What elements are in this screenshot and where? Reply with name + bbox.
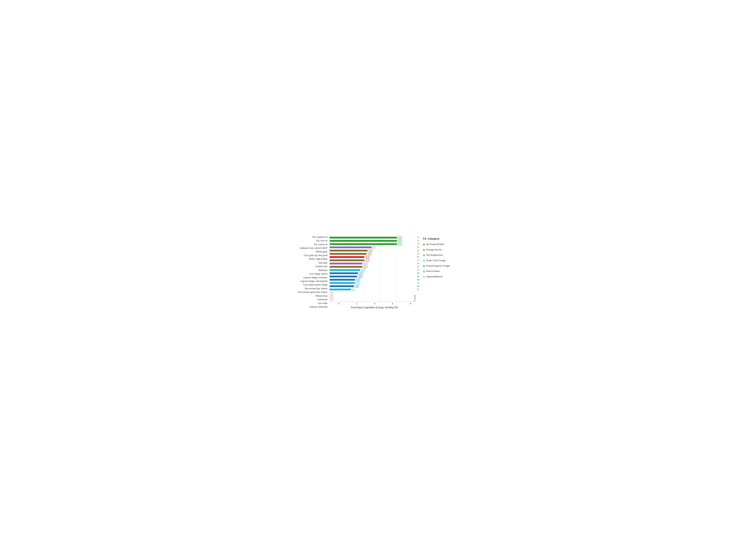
y-label: DDGS, high protein	[308, 258, 328, 260]
percent-label: 79	[417, 252, 419, 256]
x-tick: 2	[348, 302, 366, 305]
legend-dot: a	[423, 264, 425, 268]
legend-item: aGrass/Legume Forage	[423, 264, 459, 268]
bar	[330, 282, 355, 284]
y-label: Corn grain dry, fine grind	[303, 255, 328, 257]
bar-value-label: 2	[352, 288, 354, 291]
percent-label: 59	[417, 278, 419, 281]
bars-section: 6.46.46.443.63.53.33.33.13.12.92.72.62.4…	[330, 235, 413, 302]
bar	[330, 250, 367, 252]
bar-value-label: 6.4	[398, 236, 402, 239]
bar-row: 2.4	[330, 281, 413, 284]
bar-value-label: 0	[330, 294, 333, 297]
bar	[330, 269, 360, 271]
x-tick: 4	[366, 302, 384, 305]
percent-label: 73	[417, 236, 419, 239]
percent-labels: 7373738581796773688769666359585850	[416, 235, 419, 302]
legend-item: aFat Supplement	[423, 254, 459, 257]
y-label: Fat, corn oil	[316, 240, 328, 242]
x-tick: 8	[401, 302, 419, 305]
y-axis-labels: Fat, soybean oilFat, corn oilFat, canola…	[297, 235, 330, 309]
legend-item: aBy-Product/Other	[423, 243, 459, 246]
bar-row: 2.3	[330, 284, 413, 288]
bar-value-label: 2.3	[355, 285, 359, 287]
bars-wrapper: 6.46.46.443.63.53.33.33.13.12.92.72.62.4…	[330, 235, 413, 301]
bar-row: 2.9	[330, 269, 413, 272]
y-label: Corn silage, typical	[309, 273, 328, 275]
legend-title: Fd_Category	[423, 237, 459, 240]
percent-label	[417, 291, 419, 294]
x-axis: 02468	[330, 302, 419, 305]
legend-item: aGrain Crop Forage	[423, 259, 459, 262]
bar	[330, 285, 354, 287]
y-label: Cool season grass silage	[303, 284, 328, 286]
legend-dot: a	[423, 275, 425, 278]
bar-value-label: 3.1	[363, 266, 368, 268]
percent-label: 58	[417, 284, 419, 288]
bar	[330, 260, 364, 261]
bar-row: 0	[330, 294, 413, 297]
bar-row: 3.1	[330, 265, 413, 269]
bar-row: 3.1	[330, 262, 413, 265]
bar	[330, 288, 351, 290]
y-label: Limestone	[317, 298, 328, 300]
y-label: Cool season grass hay, mature	[297, 291, 328, 293]
bar-row: 4	[330, 246, 413, 249]
percent-label: 73	[417, 243, 419, 246]
bar-row: 2.4	[330, 278, 413, 281]
bar	[330, 243, 397, 245]
x-tick: 0	[330, 302, 348, 305]
bar-row: 2.6	[330, 275, 413, 278]
bar-value-label: 2.6	[358, 275, 362, 278]
legend-dot: a	[423, 259, 425, 262]
percent-label: 67	[417, 256, 419, 259]
y-label: Rye annual hay, mature	[304, 287, 328, 289]
chart-area: Fat, soybean oilFat, corn oilFat, canola…	[297, 235, 419, 309]
bar-row: 3.3	[330, 256, 413, 259]
bar-value-label: 2.4	[356, 281, 360, 284]
bar	[330, 237, 397, 239]
legend-dot: a	[423, 243, 425, 246]
percent-label: 68	[417, 262, 419, 265]
bar	[330, 272, 358, 274]
percent-label: 58	[417, 281, 419, 284]
bar-value-label: 3.1	[363, 262, 368, 265]
legend-label: Grain Crop Forage	[426, 259, 446, 262]
bar	[330, 279, 355, 280]
percent-label: 50	[417, 288, 419, 291]
y-label: Legume silage, immature	[302, 276, 328, 278]
percent-label	[417, 297, 419, 301]
percent-label: 63	[417, 275, 419, 278]
y-label: Legume silage, mid-maturity	[300, 280, 328, 282]
legend-label: Grass/Legume Forage	[426, 265, 450, 267]
legend-label: Fat Supplement	[426, 254, 443, 257]
legend: Fd_Category aBy-Product/OtheraEnergy Sou…	[423, 235, 459, 280]
bar	[330, 240, 397, 242]
y-label: Molasses	[318, 269, 328, 271]
bar-value-label: 2.9	[361, 269, 365, 272]
percent-label: 69	[417, 269, 419, 272]
bar-value-label: 6.4	[398, 243, 402, 246]
bar-value-label: 0	[330, 291, 333, 294]
bar-row: 3.5	[330, 252, 413, 256]
y-label: Wheat straw	[315, 295, 328, 297]
percent-label: 87	[417, 265, 419, 269]
bar	[330, 263, 362, 265]
bar-value-label: 3.3	[365, 256, 370, 259]
percent-label: 73	[417, 259, 419, 262]
y-label: Wheat grain	[315, 251, 328, 253]
bar-value-label: 2.7	[359, 272, 363, 275]
legend-label: Vitamin/Mineral	[426, 275, 442, 278]
legend-item: aVitamin/Mineral	[423, 275, 459, 278]
bar	[330, 247, 372, 248]
bar-value-label: 3.3	[365, 259, 370, 262]
legend-label: By-Product/Other	[426, 243, 444, 246]
ge-label: % of GE	[414, 294, 416, 301]
legend-label: Plant Protein	[426, 270, 440, 272]
y-label: Oat grain	[318, 262, 328, 264]
bar-value-label: 6.4	[398, 240, 402, 242]
x-tick: 6	[384, 302, 402, 305]
bar-row: 2.7	[330, 272, 413, 275]
bar-row: 3.6	[330, 249, 413, 252]
bar-value-label: 2.4	[356, 278, 360, 281]
